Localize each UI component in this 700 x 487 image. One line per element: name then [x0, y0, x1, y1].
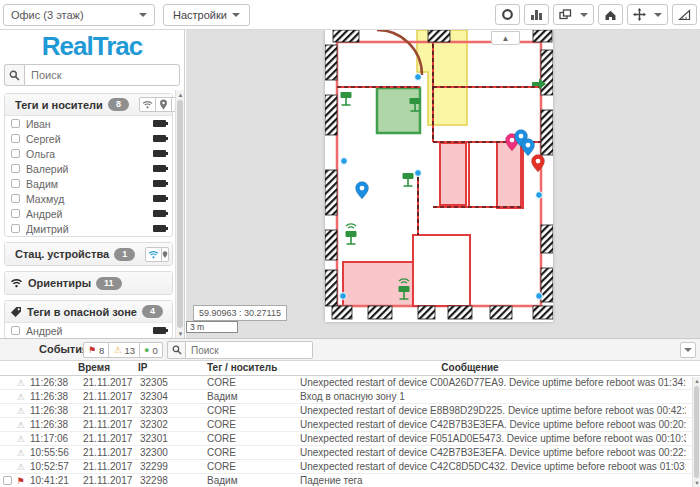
flag-icon: ⚑ — [14, 474, 27, 487]
item-checkbox[interactable] — [11, 179, 20, 188]
battery-icon — [153, 327, 166, 334]
battery-icon — [153, 165, 166, 172]
stationary-filter-buttons — [145, 247, 169, 262]
event-date: 21.11.2017 — [83, 404, 141, 418]
events-scrollbar[interactable]: ▲ ▼ — [692, 377, 700, 487]
item-checkbox[interactable] — [11, 164, 20, 173]
windows-button[interactable] — [553, 4, 594, 25]
event-row[interactable]: ⚠10:52:5721.11.201732299COREUnexpected r… — [0, 460, 700, 474]
warning-badge[interactable]: ⚠ 13 — [108, 342, 140, 358]
tag-list-item[interactable]: Вадим — [5, 176, 172, 191]
scroll-down-icon[interactable]: ▼ — [176, 329, 185, 338]
chevron-down-icon — [232, 13, 240, 17]
tag-list-item[interactable]: Дмитрий — [5, 221, 172, 236]
home-button[interactable] — [598, 4, 623, 25]
tag-list-item[interactable]: Андрей — [5, 323, 172, 338]
item-checkbox[interactable] — [11, 209, 20, 218]
events-panel: События ⚑ 8 ⚠ 13 ● 0 — [0, 338, 700, 487]
scrollbar-thumb[interactable] — [177, 100, 183, 328]
event-ip: 32302 — [140, 418, 186, 432]
flag-icon: ⚑ — [88, 345, 96, 355]
move-button[interactable] — [627, 4, 668, 25]
floor-plan[interactable] — [325, 30, 553, 322]
panel-stationary-header[interactable]: Стац. устройства 1 — [5, 243, 172, 265]
pin-filter-button[interactable] — [161, 247, 169, 262]
anchor-dot[interactable] — [415, 170, 422, 177]
zone-danger-pink — [497, 142, 523, 208]
event-tag: CORE — [207, 418, 297, 432]
search-input[interactable] — [24, 64, 180, 86]
charts-button[interactable] — [524, 4, 549, 25]
panel-tags-header[interactable]: Теги и носители 8 — [5, 94, 172, 116]
scroll-up-icon[interactable]: ▲ — [693, 377, 700, 385]
ok-badge[interactable]: ● 0 — [139, 342, 163, 358]
tag-list-item[interactable]: Махмуд — [5, 191, 172, 206]
events-toolbar: События ⚑ 8 ⚠ 13 ● 0 — [0, 339, 700, 361]
tag-list-item[interactable]: Валерий — [5, 161, 172, 176]
tag-list-item[interactable]: Иван — [5, 116, 172, 131]
event-ip: 32298 — [140, 474, 186, 487]
tag-list-item[interactable]: Ольга — [5, 146, 172, 161]
anchor-dot[interactable] — [340, 293, 347, 300]
battery-icon — [153, 120, 166, 127]
anchor-dot[interactable] — [341, 158, 348, 165]
status-circle-button[interactable] — [495, 4, 520, 25]
sidebar-search — [4, 64, 180, 86]
settings-button[interactable]: Настройки — [163, 4, 250, 26]
count-badge: 8 — [108, 98, 129, 111]
panel-landmarks-header[interactable]: Ориентиры 11 — [5, 272, 172, 294]
scrollbar-thumb[interactable] — [694, 386, 699, 478]
event-row[interactable]: ⚑10:41:2121.11.201732298ВадимПадение тег… — [0, 474, 700, 487]
event-row[interactable]: ⚠11:26:3821.11.201732303COREUnexpected r… — [0, 404, 700, 418]
wifi-icon — [148, 250, 159, 259]
warning-icon: ⚠ — [14, 446, 27, 460]
events-search-input[interactable] — [185, 341, 313, 359]
item-checkbox[interactable] — [11, 149, 20, 158]
event-time: 11:17:06 — [30, 432, 80, 446]
event-row[interactable]: ⚠10:55:5621.11.201732300COREUnexpected r… — [0, 446, 700, 460]
anchor-dot[interactable] — [536, 293, 543, 300]
realtrac-app: Офис (3 этаж) Настройки — [0, 0, 700, 487]
anchor-dot[interactable] — [536, 192, 543, 199]
scroll-down-icon[interactable]: ▼ — [693, 479, 700, 487]
event-row[interactable]: ⚠11:26:3821.11.201732305COREUnexpected r… — [0, 376, 700, 390]
tag-list-item[interactable]: Андрей — [5, 206, 172, 221]
move-icon — [633, 8, 646, 21]
map-area[interactable]: ▲ 59.90963 : 30.27115 3 m — [186, 30, 700, 338]
tags-filter-buttons — [139, 97, 175, 112]
warning-icon: ⚠ — [14, 376, 27, 390]
tag-list-item[interactable]: Сергей — [5, 131, 172, 146]
events-filter-select[interactable] — [680, 342, 696, 358]
pin-filter-button[interactable] — [155, 97, 172, 112]
event-time: 10:41:21 — [30, 474, 80, 487]
item-checkbox[interactable] — [11, 194, 20, 203]
event-date: 21.11.2017 — [83, 390, 141, 404]
event-message: Unexpected restart of device E8B98D29D22… — [300, 404, 686, 418]
event-checkbox[interactable] — [3, 476, 12, 485]
count-badge: 11 — [96, 277, 122, 290]
event-row[interactable]: ⚠11:26:3821.11.201732304ВадимВход в опас… — [0, 390, 700, 404]
map-pin-icon — [162, 249, 168, 260]
events-search — [167, 341, 313, 359]
panel-danger-header[interactable]: Теги в опасной зоне 4 — [5, 301, 172, 323]
event-tag: CORE — [207, 376, 297, 390]
realtrac-logo: RealTrac — [0, 30, 184, 63]
sidebar-scrollbar[interactable]: ▲ ▼ — [175, 90, 184, 338]
event-row[interactable]: ⚠11:26:3821.11.201732302COREUnexpected r… — [0, 418, 700, 432]
tag-list: ИванСергейОльгаВалерийВадимМахмудАндрейД… — [5, 116, 172, 236]
item-checkbox[interactable] — [11, 224, 20, 233]
scroll-up-icon[interactable]: ▲ — [176, 90, 185, 99]
item-checkbox[interactable] — [11, 134, 20, 143]
event-date: 21.11.2017 — [83, 418, 141, 432]
floor-select[interactable]: Офис (3 этаж) — [3, 4, 155, 26]
map-collapse-button[interactable]: ▲ — [491, 31, 520, 45]
event-tag: Вадим — [207, 390, 297, 404]
event-row[interactable]: ⚠11:17:0621.11.201732301COREUnexpected r… — [0, 432, 700, 446]
item-checkbox[interactable] — [11, 326, 20, 335]
critical-badge[interactable]: ⚑ 8 — [83, 342, 109, 358]
anchor-dot[interactable] — [415, 74, 422, 81]
item-checkbox[interactable] — [11, 119, 20, 128]
wifi-filter-button[interactable] — [145, 247, 162, 262]
wifi-filter-button[interactable] — [139, 97, 156, 112]
measure-button[interactable] — [672, 4, 697, 25]
